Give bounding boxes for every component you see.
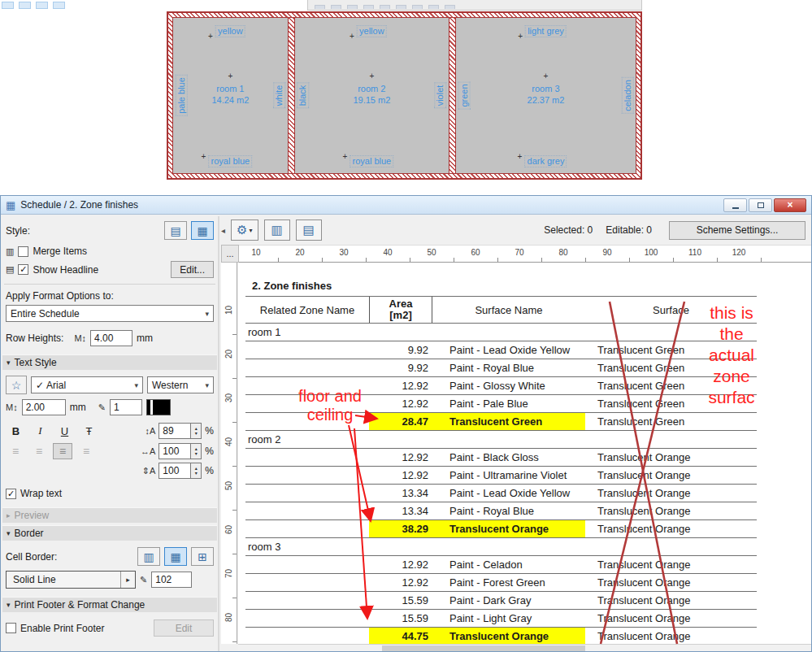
- zone-name-cell[interactable]: [245, 502, 369, 519]
- italic-button[interactable]: I: [30, 422, 50, 440]
- surface-name-cell[interactable]: Translucent Orange: [432, 520, 585, 537]
- script-select[interactable]: Western ▾: [147, 376, 214, 393]
- table-title-row[interactable]: 2. Zone finishes: [245, 272, 757, 297]
- zone-color-label-bottom[interactable]: royal blue: [350, 155, 393, 167]
- column-header-surface-name[interactable]: Surface Name: [432, 297, 585, 323]
- zone-color-label-right[interactable]: white: [272, 18, 287, 173]
- ruler-options-button[interactable]: ...: [221, 245, 239, 263]
- area-cell[interactable]: 15.59: [369, 592, 432, 609]
- zone-name-cell[interactable]: [245, 610, 369, 627]
- wrap-text-checkbox[interactable]: ✓: [6, 489, 16, 499]
- room[interactable]: light greydark greygreenceladonroom 322.…: [456, 18, 636, 173]
- room[interactable]: yellowroyal bluepale bluewhiteroom 114.2…: [173, 18, 288, 173]
- cell-border-grid-button[interactable]: ▦: [164, 547, 187, 566]
- merge-items-checkbox[interactable]: [18, 246, 28, 257]
- spinner-arrows-icon[interactable]: ▴▾: [191, 423, 202, 439]
- scrollbar-thumb[interactable]: [382, 645, 585, 651]
- surface-name-cell[interactable]: Translucent Orange: [432, 628, 585, 645]
- zone-color-label-right[interactable]: violet: [433, 18, 448, 173]
- zone-color-label-left[interactable]: green: [457, 18, 471, 173]
- edit-headline-button[interactable]: Edit...: [171, 261, 214, 278]
- style-option-list-button[interactable]: ▤: [164, 221, 187, 240]
- zone-name-cell[interactable]: [245, 467, 369, 484]
- area-cell[interactable]: 15.59: [369, 610, 432, 627]
- zone-color-label-left[interactable]: pale blue: [174, 18, 189, 173]
- area-cell[interactable]: 44.75: [369, 628, 432, 645]
- surface-cell[interactable]: Translucent Green: [585, 413, 757, 430]
- zone-name-cell[interactable]: [245, 628, 369, 645]
- surface-cell[interactable]: Translucent Orange: [585, 520, 757, 537]
- surface-cell[interactable]: Translucent Orange: [585, 467, 757, 484]
- align-center-button[interactable]: ≡: [29, 443, 49, 459]
- apply-format-select[interactable]: Entire Schedule ▾: [6, 305, 214, 322]
- schedule-row[interactable]: 44.75Translucent OrangeTranslucent Orang…: [245, 628, 757, 645]
- schedule-row[interactable]: 12.92Paint - Black GlossTranslucent Oran…: [245, 449, 757, 467]
- schedule-row[interactable]: 13.34Paint - Lead Oxide YellowTranslucen…: [245, 485, 757, 502]
- area-cell[interactable]: 9.92: [369, 359, 432, 376]
- schedule-row[interactable]: 15.59Paint - Light GrayTranslucent Orang…: [245, 610, 757, 628]
- favorites-button[interactable]: ☆: [6, 376, 27, 394]
- edit-footer-button[interactable]: Edit: [154, 619, 214, 637]
- zone-name-cell[interactable]: [245, 485, 369, 502]
- zone-color-label-top[interactable]: light grey: [525, 25, 567, 37]
- column-header-related-zone[interactable]: Related Zone Name: [245, 297, 369, 323]
- room[interactable]: yellowroyal blueblackvioletroom 219.15 m…: [295, 18, 449, 173]
- show-headline-checkbox[interactable]: ✓: [18, 264, 28, 275]
- zone-color-label-right[interactable]: celadon: [620, 18, 635, 173]
- column-header-area[interactable]: Area [m2]: [369, 297, 432, 323]
- area-cell[interactable]: 12.92: [369, 556, 432, 573]
- format-mode-button[interactable]: ▤: [296, 220, 322, 241]
- font-pen-input[interactable]: 1: [110, 399, 142, 415]
- surface-cell[interactable]: Translucent Orange: [585, 628, 757, 645]
- width-input[interactable]: 100: [158, 443, 191, 459]
- row-heights-input[interactable]: 4.00: [90, 330, 132, 346]
- zone-name-cell[interactable]: [245, 341, 369, 359]
- surface-name-cell[interactable]: Paint - Ultramarine Violet: [432, 467, 585, 484]
- align-justify-button[interactable]: ≡: [76, 443, 96, 459]
- spinner-arrows-icon[interactable]: ▴▾: [191, 443, 202, 459]
- width-spinner[interactable]: 100 ▴▾: [158, 443, 202, 459]
- window-titlebar[interactable]: ▦ Schedule / 2. Zone finishes ×: [1, 196, 811, 215]
- section-border[interactable]: ▾ Border: [2, 525, 217, 541]
- surface-cell[interactable]: Translucent Orange: [585, 485, 757, 502]
- line-type-button[interactable]: Solid Line ▸: [6, 571, 136, 589]
- surface-cell[interactable]: Translucent Orange: [585, 502, 757, 519]
- border-pen-input[interactable]: 102: [151, 572, 192, 588]
- maximize-button[interactable]: [749, 198, 772, 212]
- schedule-row[interactable]: 12.92Paint - Forest GreenTranslucent Ora…: [245, 574, 757, 592]
- panel-splitter[interactable]: [218, 216, 219, 651]
- align-right-button[interactable]: ≡: [53, 443, 72, 459]
- schedule-row[interactable]: 38.29Translucent OrangeTranslucent Orang…: [245, 520, 757, 538]
- area-cell[interactable]: 12.92: [369, 574, 432, 591]
- zone-name-cell[interactable]: [245, 449, 369, 466]
- zone-group-row[interactable]: room 2: [245, 431, 757, 449]
- schedule-row[interactable]: 9.92Paint - Lead Oxide YellowTranslucent…: [245, 341, 757, 359]
- zone-name-cell[interactable]: [245, 592, 369, 609]
- zone-color-label-top[interactable]: yellow: [357, 25, 387, 37]
- table-header-row[interactable]: Related Zone Name Area [m2] Surface Name…: [245, 297, 757, 324]
- bold-button[interactable]: B: [6, 422, 26, 440]
- zone-group-row[interactable]: room 3: [245, 538, 757, 556]
- zone-stamp[interactable]: room 322.37 m2: [528, 70, 565, 105]
- zone-color-label-top[interactable]: yellow: [215, 25, 245, 37]
- scale-input[interactable]: 89: [158, 423, 191, 439]
- scheme-settings-button[interactable]: Scheme Settings...: [669, 221, 805, 240]
- surface-name-cell[interactable]: Paint - Forest Green: [432, 574, 585, 591]
- area-cell[interactable]: 38.29: [369, 520, 432, 537]
- minimize-button[interactable]: [723, 198, 747, 212]
- surface-cell[interactable]: Translucent Orange: [585, 610, 757, 627]
- close-button[interactable]: ×: [774, 198, 806, 212]
- schedule-row[interactable]: 12.92Paint - CeladonTranslucent Orange: [245, 556, 757, 574]
- surface-name-cell[interactable]: Paint - Dark Gray: [432, 592, 585, 609]
- scale-spinner[interactable]: 89 ▴▾: [158, 423, 202, 439]
- schedule-row[interactable]: 12.92Paint - Ultramarine VioletTransluce…: [245, 467, 757, 485]
- spin-down-icon[interactable]: ▾: [195, 471, 198, 476]
- zone-color-label-left[interactable]: black: [296, 18, 310, 173]
- zone-color-label-bottom[interactable]: dark grey: [525, 155, 567, 167]
- spin-down-icon[interactable]: ▾: [195, 431, 198, 436]
- align-left-button[interactable]: ≡: [6, 443, 25, 459]
- zone-color-label-bottom[interactable]: royal blue: [209, 155, 253, 167]
- schedule-row[interactable]: 9.92Paint - Royal BlueTranslucent Green: [245, 359, 757, 377]
- pen-color-swatch[interactable]: [146, 399, 171, 415]
- restructure-mode-button[interactable]: ▥: [264, 220, 290, 241]
